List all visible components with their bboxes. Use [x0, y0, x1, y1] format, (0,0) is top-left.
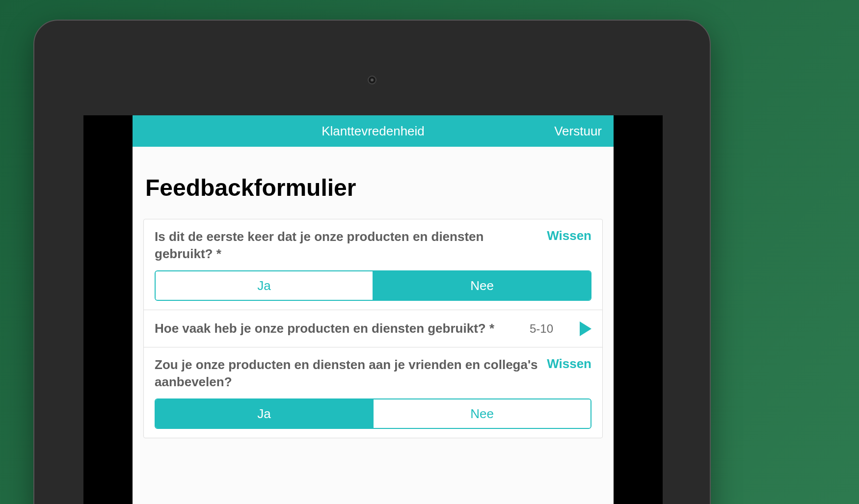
segment-option-ja[interactable]: Ja	[156, 399, 373, 428]
question-text: Is dit de eerste keer dat je onze produc…	[155, 228, 547, 263]
segmented-control: Ja Nee	[155, 270, 591, 301]
tablet-camera-icon	[368, 76, 376, 84]
chevron-right-icon[interactable]	[580, 321, 591, 336]
segment-option-nee[interactable]: Nee	[373, 399, 591, 428]
question-header: Is dit de eerste keer dat je onze produc…	[155, 228, 591, 263]
content-area: Feedbackformulier Is dit de eerste keer …	[133, 147, 614, 438]
question-text: Zou je onze producten en diensten aan je…	[155, 356, 547, 391]
clear-button[interactable]: Wissen	[547, 228, 591, 243]
header-title: Klanttevredenheid	[322, 124, 425, 139]
question-row: Zou je onze producten en diensten aan je…	[144, 347, 602, 438]
question-row: Is dit de eerste keer dat je onze produc…	[144, 219, 602, 310]
send-button[interactable]: Verstuur	[554, 124, 602, 139]
question-header: Zou je onze producten en diensten aan je…	[155, 356, 591, 391]
page-title: Feedbackformulier	[143, 174, 603, 201]
segment-option-ja[interactable]: Ja	[156, 271, 373, 300]
picker-value: 5-10	[530, 322, 553, 336]
segment-option-nee[interactable]: Nee	[373, 271, 591, 300]
clear-button[interactable]: Wissen	[547, 356, 591, 371]
question-text: Hoe vaak heb je onze producten en dienst…	[155, 321, 530, 336]
form-container: Is dit de eerste keer dat je onze produc…	[143, 219, 603, 438]
segmented-control: Ja Nee	[155, 398, 591, 429]
header-bar: Klanttevredenheid Verstuur	[133, 115, 614, 147]
picker-row[interactable]: Hoe vaak heb je onze producten en dienst…	[144, 310, 602, 347]
tablet-screen: Klanttevredenheid Verstuur Feedbackformu…	[83, 115, 663, 504]
tablet-frame: Klanttevredenheid Verstuur Feedbackformu…	[33, 20, 711, 504]
app-container: Klanttevredenheid Verstuur Feedbackformu…	[133, 115, 614, 504]
